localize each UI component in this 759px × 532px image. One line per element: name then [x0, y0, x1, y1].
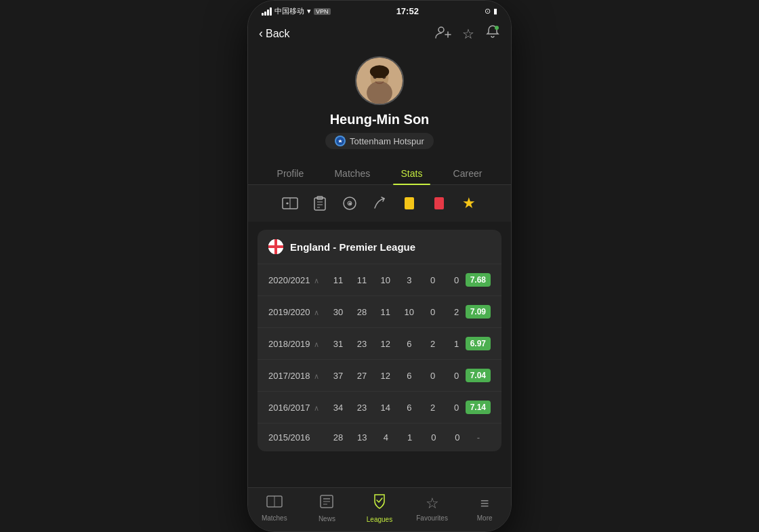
header-nav: ‹ Back ☆ [248, 19, 511, 51]
tab-stats[interactable]: Stats [393, 163, 431, 184]
club-name: Tottenham Hotspur [350, 136, 424, 146]
add-friend-icon[interactable] [435, 25, 451, 42]
nav-matches[interactable]: Matches [254, 495, 295, 522]
svg-point-9 [370, 65, 389, 78]
goals-icon-btn[interactable] [280, 193, 300, 213]
tab-matches[interactable]: Matches [326, 163, 378, 184]
phone-frame: 中国移动 ▾ VPN 17:52 ⊙ ▮ ‹ Back ☆ [247, 0, 512, 532]
matches-nav-label: Matches [262, 514, 287, 522]
leagues-nav-label: Leagues [367, 516, 392, 523]
favourites-nav-label: Favourites [416, 514, 448, 522]
leagues-nav-icon [372, 493, 387, 514]
ball-icon-btn[interactable] [340, 193, 360, 213]
rating-star-icon-btn[interactable]: ★ [459, 193, 479, 213]
notification-icon[interactable] [485, 24, 500, 43]
season-row-2018[interactable]: 2018/2019 ∧ 31 23 12 6 2 1 6.97 [258, 327, 501, 359]
rating-badge: 7.04 [466, 369, 491, 382]
player-section: Heung-Min Son Tottenham Hotspur [248, 51, 511, 160]
rating-badge: 7.09 [466, 305, 491, 319]
season-year: 2017/2018 ∧ [268, 371, 329, 381]
league-name: England - Premier League [290, 241, 415, 253]
season-stats: 11 11 10 3 0 0 [329, 275, 466, 285]
status-time: 17:52 [396, 6, 419, 16]
news-nav-label: News [319, 515, 335, 523]
season-year: 2016/2017 ∧ [268, 403, 329, 413]
rating-dash: - [466, 432, 491, 443]
yellow-card [405, 197, 414, 209]
back-label: Back [266, 28, 290, 40]
favourites-nav-icon: ☆ [426, 495, 439, 512]
season-row-2020[interactable]: 2020/2021 ∧ 11 11 10 3 0 0 7.68 [258, 264, 501, 295]
season-year: 2018/2019 ∧ [268, 339, 329, 349]
england-flag [268, 239, 283, 254]
main-content: England - Premier League 2020/2021 ∧ 11 … [248, 222, 511, 532]
vpn-label: VPN [314, 8, 331, 15]
club-badge: Tottenham Hotspur [325, 133, 434, 149]
more-nav-icon: ≡ [480, 495, 489, 512]
player-name: Heung-Min Son [330, 112, 430, 127]
season-year: 2015/2016 [268, 432, 329, 443]
matches-nav-icon [266, 495, 283, 512]
season-year: 2020/2021 ∧ [268, 275, 329, 285]
season-stats: 28 13 4 1 0 0 [329, 432, 466, 443]
more-nav-label: More [477, 514, 493, 522]
rating-badge: 7.68 [466, 273, 491, 287]
season-row-2015[interactable]: 2015/2016 28 13 4 1 0 0 - [258, 423, 501, 451]
svg-point-3 [495, 26, 499, 30]
nav-more[interactable]: ≡ More [464, 495, 505, 522]
season-stats: 31 23 12 6 2 1 [329, 339, 466, 349]
red-card [434, 197, 444, 209]
clipboard-icon-btn[interactable] [310, 193, 330, 213]
svg-point-0 [438, 27, 444, 33]
season-row-2017[interactable]: 2017/2018 ∧ 37 27 12 6 0 0 7.04 [258, 359, 501, 391]
back-button[interactable]: ‹ Back [259, 26, 290, 41]
season-stats: 34 23 14 6 2 0 [329, 403, 466, 413]
status-bar: 中国移动 ▾ VPN 17:52 ⊙ ▮ [248, 1, 511, 19]
assist-icon-btn[interactable] [369, 193, 390, 213]
header-actions: ☆ [435, 24, 500, 43]
tab-profile[interactable]: Profile [269, 163, 312, 184]
stats-icons-bar: ★ [248, 185, 511, 222]
alarm-icon: ⊙ [485, 7, 491, 16]
wifi-icon: ▾ [307, 7, 311, 16]
rating-badge: 7.14 [466, 401, 491, 414]
player-avatar [355, 56, 404, 105]
yellow-card-icon-btn[interactable] [399, 193, 419, 213]
season-row-2016[interactable]: 2016/2017 ∧ 34 23 14 6 2 0 7.14 [258, 391, 501, 423]
nav-favourites[interactable]: ☆ Favourites [412, 495, 453, 522]
svg-point-6 [367, 81, 392, 104]
battery-icon: ▮ [493, 7, 497, 16]
season-row-2019[interactable]: 2019/2020 ∧ 30 28 11 10 0 2 7.09 [258, 295, 501, 327]
tab-career[interactable]: Career [445, 163, 491, 184]
status-left: 中国移动 ▾ VPN [262, 6, 331, 16]
bottom-nav: Matches News Leagues ☆ [248, 487, 511, 531]
signal-bars [262, 7, 272, 16]
season-stats: 37 27 12 6 0 0 [329, 371, 466, 381]
club-icon [335, 136, 346, 146]
carrier-name: 中国移动 [274, 6, 304, 16]
league-header: England - Premier League [258, 230, 501, 264]
chevron-left-icon: ‹ [259, 26, 263, 41]
league-section: England - Premier League 2020/2021 ∧ 11 … [258, 230, 501, 451]
nav-leagues[interactable]: Leagues [359, 493, 400, 523]
status-right: ⊙ ▮ [485, 7, 497, 16]
tabs-container: Profile Matches Stats Career [248, 160, 511, 185]
season-stats: 30 28 11 10 0 2 [329, 307, 466, 317]
rating-badge: 6.97 [466, 337, 491, 350]
star-icon[interactable]: ☆ [462, 26, 474, 42]
season-year: 2019/2020 ∧ [268, 307, 329, 317]
red-card-icon-btn[interactable] [429, 193, 449, 213]
news-nav-icon [319, 494, 334, 513]
nav-news[interactable]: News [306, 494, 347, 523]
